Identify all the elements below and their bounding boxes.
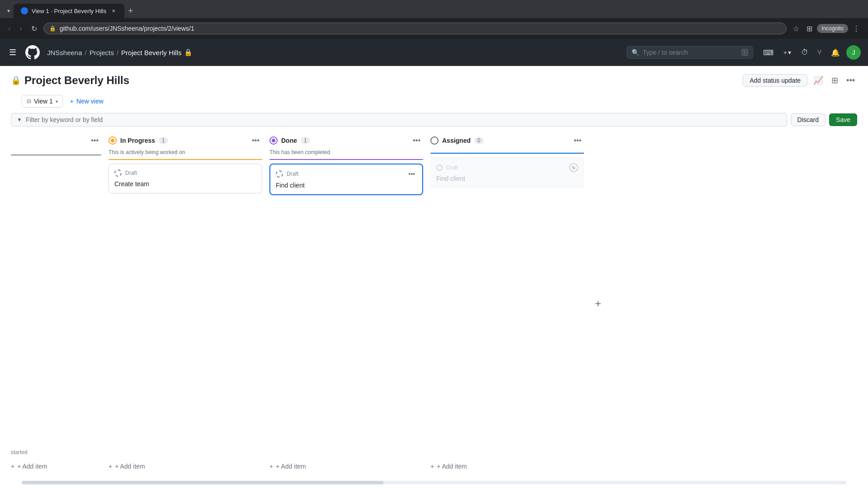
- column-desc-assigned: [430, 149, 584, 153]
- tab-title: View 1 · Project Beverly Hills: [32, 8, 106, 14]
- incognito-badge: Incognito: [817, 24, 848, 33]
- done-status-icon: [269, 136, 278, 145]
- view-tab-icon: ⊟: [27, 98, 31, 104]
- terminal-button[interactable]: ⌨: [760, 46, 776, 60]
- global-search[interactable]: 🔍 Type / to search /: [627, 46, 753, 59]
- view-tab-label: View 1: [34, 98, 53, 105]
- card-draft-icon-done: [276, 170, 283, 178]
- forward-button[interactable]: ›: [17, 22, 24, 35]
- extensions-button[interactable]: ⊞: [804, 22, 815, 36]
- column-more-assigned[interactable]: •••: [571, 136, 584, 145]
- project-title: 🔒 Project Beverly Hills: [11, 74, 129, 87]
- cards-in-progress: Draft Create team: [108, 164, 262, 459]
- breadcrumb-sep2: /: [117, 49, 118, 56]
- address-bar[interactable]: 🔒 github.com/users/JNSsheena/projects/2/…: [43, 23, 787, 34]
- card-header-find-client: Draft •••: [276, 170, 417, 178]
- add-status-update-button[interactable]: Add status update: [743, 74, 807, 87]
- github-topnav: ☰ JNSsheena / Projects / Project Beverly…: [0, 39, 868, 66]
- in-progress-status-icon: [108, 136, 117, 145]
- scroll-area: [0, 481, 868, 488]
- filter-icon: ▼: [17, 117, 22, 123]
- column-count-in-progress: 1: [159, 137, 168, 144]
- card-label: Draft: [125, 170, 256, 176]
- add-item-plus: +: [11, 463, 14, 470]
- cards-not-started: [11, 159, 101, 446]
- active-tab[interactable]: View 1 · Project Beverly Hills ×: [14, 4, 124, 18]
- search-icon: 🔍: [632, 49, 639, 56]
- create-new-button[interactable]: + ▾: [780, 46, 795, 59]
- column-count-done: 1: [301, 137, 310, 144]
- search-kbd: /: [741, 49, 748, 56]
- add-item-assigned[interactable]: + + Add item: [430, 459, 584, 474]
- back-button[interactable]: ‹: [5, 22, 13, 35]
- column-more-in-progress[interactable]: •••: [249, 136, 262, 145]
- card-find-client[interactable]: Draft ••• Find client: [269, 164, 423, 195]
- ghost-card-title: Find client: [436, 175, 578, 182]
- chart-view-button[interactable]: 📈: [811, 73, 826, 88]
- plus-icon: +: [783, 49, 787, 56]
- scrollbar-thumb[interactable]: [22, 481, 383, 484]
- new-tab-button[interactable]: +: [124, 4, 137, 19]
- search-placeholder: Type / to search: [643, 49, 738, 56]
- new-view-button[interactable]: + New view: [66, 95, 107, 107]
- scrollbar-track[interactable]: [22, 481, 846, 484]
- plus-chevron: ▾: [788, 49, 791, 56]
- topnav-icons: ⌨ + ▾ ⏱ ⑂ 🔔 J: [760, 45, 861, 60]
- clock-button[interactable]: ⏱: [798, 46, 811, 59]
- view-tab-chevron[interactable]: ▾: [56, 99, 58, 104]
- address-text: github.com/users/JNSsheena/projects/2/vi…: [60, 25, 781, 32]
- breadcrumb-user[interactable]: JNSsheena: [47, 49, 82, 56]
- project-name: Project Beverly Hills: [24, 74, 129, 87]
- view-tab-1[interactable]: ⊟ View 1 ▾: [22, 95, 63, 108]
- column-desc-not-started: [11, 149, 101, 155]
- views-bar: ⊟ View 1 ▾ + New view: [11, 95, 857, 108]
- new-view-label: New view: [76, 98, 104, 105]
- browser-menu-button[interactable]: ⋮: [850, 22, 863, 36]
- column-desc-in-progress: This is actively being worked on: [108, 149, 262, 159]
- table-view-button[interactable]: ⊞: [829, 73, 840, 88]
- cursor-icon: ↻: [569, 163, 578, 172]
- filter-input[interactable]: ▼ Filter by keyword or by field: [11, 113, 787, 127]
- breadcrumb: JNSsheena / Projects / Project Beverly H…: [47, 48, 193, 56]
- add-item-in-progress[interactable]: + + Add item: [108, 459, 262, 474]
- avatar[interactable]: J: [846, 45, 861, 60]
- tab-close-button[interactable]: ×: [110, 6, 117, 15]
- add-item-plus-in-progress: +: [108, 463, 112, 470]
- pr-button[interactable]: ⑂: [815, 46, 825, 59]
- column-label-not-started: started: [11, 446, 101, 459]
- bookmark-button[interactable]: ☆: [790, 22, 802, 36]
- card-create-team[interactable]: Draft Create team: [108, 164, 262, 193]
- tab-favicon: [21, 7, 28, 14]
- github-logo: [25, 45, 40, 60]
- column-title-done: Done: [281, 137, 297, 144]
- column-divider-not-started: [11, 155, 101, 155]
- breadcrumb-projects[interactable]: Projects: [90, 49, 114, 56]
- project-more-button[interactable]: •••: [844, 74, 857, 88]
- ghost-card-find-client: Draft ↻ Find client: [430, 157, 584, 188]
- card-draft-icon: [114, 169, 122, 177]
- discard-button[interactable]: Discard: [791, 113, 826, 126]
- column-title-in-progress: In Progress: [120, 137, 155, 144]
- tab-dropdown[interactable]: ▾: [4, 5, 14, 17]
- column-not-started-partial: ••• started + + Add item: [11, 132, 101, 474]
- card-title-create-team: Create team: [114, 180, 256, 188]
- save-button[interactable]: Save: [829, 113, 857, 126]
- add-item-done[interactable]: + + Add item: [269, 459, 423, 474]
- ghost-draft-icon: [436, 164, 443, 171]
- add-item-not-started[interactable]: + + Add item: [11, 459, 101, 474]
- card-more-button[interactable]: •••: [406, 170, 417, 178]
- column-done: Done 1 ••• This has been completed Draft…: [269, 132, 423, 474]
- hamburger-button[interactable]: ☰: [7, 46, 18, 59]
- column-more-done[interactable]: •••: [410, 136, 423, 145]
- add-column-button[interactable]: +: [591, 134, 605, 474]
- refresh-button[interactable]: ↻: [28, 22, 40, 36]
- breadcrumb-project-name: Project Beverly Hills: [121, 49, 181, 56]
- card-title-find-client: Find client: [276, 182, 417, 189]
- column-assigned: Assigned 0 ••• Draft ↻: [430, 132, 584, 474]
- filter-placeholder: Filter by keyword or by field: [26, 116, 103, 123]
- notifications-button[interactable]: 🔔: [828, 46, 843, 60]
- column-title-assigned: Assigned: [442, 137, 471, 144]
- main-content: 🔒 Project Beverly Hills Add status updat…: [0, 66, 868, 488]
- add-item-label-done: + Add item: [276, 463, 306, 470]
- column-more-not-started[interactable]: •••: [88, 136, 101, 145]
